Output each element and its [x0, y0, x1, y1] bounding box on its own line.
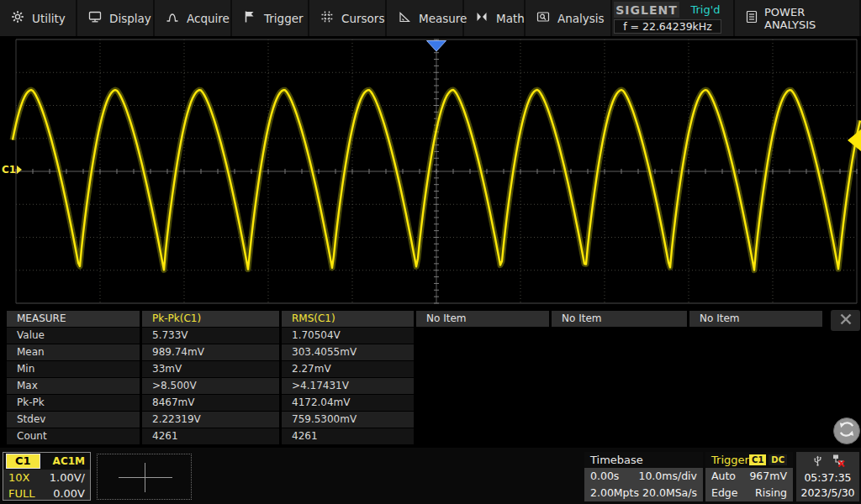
trigger-position-marker[interactable] [426, 39, 446, 55]
history-refresh-button[interactable] [833, 417, 860, 444]
menu-measure-label: Measure [419, 12, 467, 25]
empty-channel-slot[interactable] [97, 454, 192, 500]
menu-analysis-label: Analysis [557, 12, 605, 25]
measure-row-label: Max [7, 378, 140, 394]
measure-row-spacer [416, 412, 822, 428]
measure-row-label: Min [7, 361, 140, 377]
menu-display-label: Display [109, 12, 151, 25]
clipboard-icon [746, 10, 758, 26]
menu-bar: Utility Display Acquire Trigger Cursors [0, 0, 861, 36]
menu-analysis[interactable]: Analysis [526, 0, 612, 36]
menu-acquire[interactable]: Acquire [155, 0, 232, 36]
measure-value: >8.500V [142, 378, 279, 394]
measure-col-empty-1[interactable]: No Item [416, 311, 549, 327]
measure-row-spacer [416, 344, 822, 360]
trigger-title: Trigger [711, 454, 749, 466]
frequency-readout: f = 22.64239kHz [614, 19, 721, 34]
analysis-icon [536, 10, 550, 26]
measure-value: 1.70504V [282, 328, 414, 344]
refresh-icon [837, 419, 857, 443]
measure-value: 303.4055mV [282, 344, 414, 360]
timebase-box[interactable]: Timebase 0.00s 10.0ms/div 2.00Mpts 20.0M… [584, 452, 703, 501]
measure-col-pkpk[interactable]: Pk-Pk(C1) [142, 311, 279, 327]
measure-value: 4261 [282, 428, 414, 444]
acquire-icon [166, 10, 179, 26]
channel-descriptor-box[interactable]: C1 AC1M 10X 1.00V/ FULL 0.00V [3, 452, 91, 501]
trigger-coupling-badge: DC [769, 454, 787, 465]
measure-row-label: Value [7, 328, 140, 344]
menu-trigger-label: Trigger [264, 12, 304, 25]
channel-offset-marker[interactable]: C1 [2, 164, 22, 176]
measure-value: 2.22319V [142, 412, 279, 428]
measure-value: 989.74mV [142, 344, 279, 360]
brand-status-block: SIGLENT Trig'd f = 22.64239kHz [612, 0, 735, 36]
trigger-box[interactable]: Trigger C1 DC Auto 967mV Edge Rising [705, 452, 793, 501]
flag-icon [243, 10, 256, 26]
measure-row-label: Pk-Pk [7, 395, 140, 411]
measure-row-label: Stdev [7, 412, 140, 428]
measure-icon [398, 10, 411, 26]
measure-col-rms[interactable]: RMS(C1) [282, 311, 414, 327]
menu-math[interactable]: Math [464, 0, 526, 36]
menu-acquire-label: Acquire [187, 12, 230, 25]
gear-icon [11, 10, 24, 26]
trigger-type: Edge [711, 485, 737, 501]
trigger-level-marker[interactable] [848, 129, 861, 155]
channel-coupling: AC1M [53, 455, 85, 467]
measure-value: >4.17431V [282, 378, 414, 394]
measure-row-spacer [416, 395, 822, 411]
crosshair-icon [145, 463, 145, 492]
timebase-memory: 2.00Mpts [590, 485, 639, 501]
menu-measure[interactable]: Measure [387, 0, 464, 36]
status-bar: C1 AC1M 10X 1.00V/ FULL 0.00V Timebase 0… [0, 448, 861, 504]
close-icon [840, 312, 852, 328]
timebase-sample-rate: 20.0MSa/s [642, 485, 697, 501]
menu-utility[interactable]: Utility [0, 0, 77, 36]
system-date: 2023/5/30 [800, 486, 854, 501]
channel-attenuation: 10X [8, 470, 29, 486]
oscilloscope-screen: Utility Display Acquire Trigger Cursors [0, 0, 861, 504]
measure-value: 759.5300mV [282, 412, 414, 428]
menu-cursors[interactable]: Cursors [309, 0, 387, 36]
math-icon [475, 10, 489, 26]
channel-bandwidth: FULL [8, 486, 34, 501]
measure-row-spacer [416, 328, 822, 344]
timebase-scale: 10.0ms/div [638, 468, 697, 485]
trigger-slope: Rising [755, 485, 787, 501]
measure-value: 2.27mV [282, 361, 414, 377]
measure-close-button[interactable] [831, 310, 860, 331]
measure-table-title: MEASURE [7, 311, 140, 327]
channel-offset-arrow-icon [17, 165, 22, 174]
menu-cursors-label: Cursors [341, 12, 384, 25]
measure-value: 4172.04mV [282, 395, 414, 411]
measure-col-empty-2[interactable]: No Item [552, 311, 687, 327]
channel-offset: 0.00V [53, 486, 85, 501]
channel-scale: 1.00V/ [50, 470, 85, 486]
measure-row-label: Count [7, 428, 140, 444]
measure-row-spacer [416, 378, 822, 394]
measure-row-spacer [416, 361, 822, 377]
menu-math-label: Math [496, 12, 525, 25]
timebase-title: Timebase [584, 452, 703, 468]
menu-power-analysis-label: POWER ANALYSIS [764, 6, 859, 31]
trigger-level: 967mV [749, 468, 787, 485]
system-time: 05:37:35 [804, 470, 851, 486]
crosshair-icon [119, 477, 172, 478]
waveform-display[interactable]: C1 [0, 36, 861, 307]
measure-col-empty-3[interactable]: No Item [689, 311, 822, 327]
measure-value: 8467mV [142, 395, 279, 411]
menu-display[interactable]: Display [77, 0, 155, 36]
timebase-delay: 0.00s [590, 468, 619, 485]
siglent-logo: SIGLENT [614, 2, 679, 18]
menu-power-analysis[interactable]: POWER ANALYSIS [735, 0, 861, 36]
menu-trigger[interactable]: Trigger [232, 0, 309, 36]
graticule-and-trace [0, 36, 861, 307]
clock-box: 05:37:35 2023/5/30 [796, 452, 859, 501]
menu-utility-label: Utility [32, 12, 66, 25]
measure-value: 4261 [142, 428, 279, 444]
trigger-mode: Auto [711, 468, 736, 485]
display-icon [88, 10, 102, 26]
cursors-icon [320, 10, 334, 26]
measure-row-spacer [416, 428, 822, 444]
channel-name-badge[interactable]: C1 [6, 454, 40, 469]
